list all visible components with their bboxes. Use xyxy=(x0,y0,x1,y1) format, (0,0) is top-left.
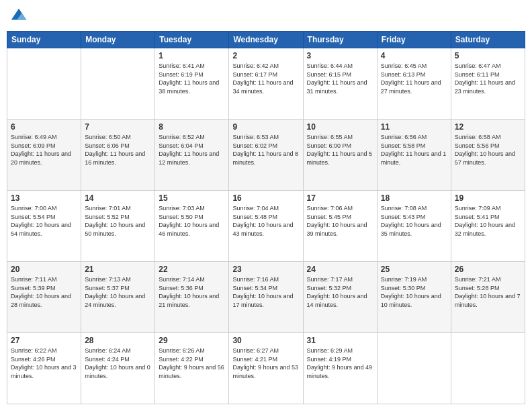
calendar-cell: 18Sunrise: 7:08 AMSunset: 5:43 PMDayligh… xyxy=(377,191,451,262)
calendar-cell: 16Sunrise: 7:04 AMSunset: 5:48 PMDayligh… xyxy=(229,191,303,262)
calendar-cell: 20Sunrise: 7:11 AMSunset: 5:39 PMDayligh… xyxy=(7,262,81,333)
calendar-cell: 28Sunrise: 6:24 AMSunset: 4:24 PMDayligh… xyxy=(81,333,155,404)
day-number: 27 xyxy=(11,336,77,345)
day-number: 6 xyxy=(11,122,77,132)
calendar-cell: 22Sunrise: 7:14 AMSunset: 5:36 PMDayligh… xyxy=(155,262,229,333)
day-info: Sunrise: 7:21 AMSunset: 5:28 PMDaylight:… xyxy=(455,275,521,309)
day-info: Sunrise: 7:08 AMSunset: 5:43 PMDaylight:… xyxy=(381,204,447,238)
day-info: Sunrise: 7:13 AMSunset: 5:37 PMDaylight:… xyxy=(85,275,151,309)
calendar-cell xyxy=(7,48,81,120)
day-info: Sunrise: 6:56 AMSunset: 5:58 PMDaylight:… xyxy=(381,133,447,167)
day-info: Sunrise: 6:26 AMSunset: 4:22 PMDaylight:… xyxy=(159,347,225,380)
day-info: Sunrise: 6:53 AMSunset: 6:02 PMDaylight:… xyxy=(232,133,299,167)
day-number: 25 xyxy=(381,265,447,274)
weekday-header-thursday: Thursday xyxy=(303,32,377,48)
calendar-cell: 12Sunrise: 6:58 AMSunset: 5:56 PMDayligh… xyxy=(451,120,525,191)
day-number: 11 xyxy=(381,122,447,132)
weekday-header-wednesday: Wednesday xyxy=(229,32,303,48)
calendar-cell xyxy=(451,333,525,404)
day-info: Sunrise: 6:24 AMSunset: 4:24 PMDaylight:… xyxy=(85,347,151,380)
day-info: Sunrise: 7:00 AMSunset: 5:54 PMDaylight:… xyxy=(11,204,77,238)
day-number: 3 xyxy=(307,51,373,60)
calendar-week-4: 20Sunrise: 7:11 AMSunset: 5:39 PMDayligh… xyxy=(7,262,525,333)
day-info: Sunrise: 7:14 AMSunset: 5:36 PMDaylight:… xyxy=(159,275,225,309)
calendar-cell: 21Sunrise: 7:13 AMSunset: 5:37 PMDayligh… xyxy=(81,262,155,333)
day-number: 12 xyxy=(455,122,521,132)
day-number: 5 xyxy=(455,51,521,60)
day-number: 13 xyxy=(11,193,77,203)
calendar-cell: 30Sunrise: 6:27 AMSunset: 4:21 PMDayligh… xyxy=(229,333,303,404)
calendar-cell: 17Sunrise: 7:06 AMSunset: 5:45 PMDayligh… xyxy=(303,191,377,262)
calendar-cell: 9Sunrise: 6:53 AMSunset: 6:02 PMDaylight… xyxy=(229,120,303,191)
calendar-cell: 3Sunrise: 6:44 AMSunset: 6:15 PMDaylight… xyxy=(303,48,377,120)
weekday-header-tuesday: Tuesday xyxy=(155,32,229,48)
day-number: 16 xyxy=(232,193,299,203)
calendar-cell: 15Sunrise: 7:03 AMSunset: 5:50 PMDayligh… xyxy=(155,191,229,262)
calendar-cell: 11Sunrise: 6:56 AMSunset: 5:58 PMDayligh… xyxy=(377,120,451,191)
day-number: 31 xyxy=(307,336,373,345)
calendar-cell: 8Sunrise: 6:52 AMSunset: 6:04 PMDaylight… xyxy=(155,120,229,191)
calendar-cell: 1Sunrise: 6:41 AMSunset: 6:19 PMDaylight… xyxy=(155,48,229,120)
day-number: 9 xyxy=(232,122,299,132)
day-number: 22 xyxy=(159,265,225,274)
day-number: 10 xyxy=(307,122,373,132)
day-info: Sunrise: 6:22 AMSunset: 4:26 PMDaylight:… xyxy=(11,347,77,380)
weekday-header-sunday: Sunday xyxy=(7,32,81,48)
calendar-cell: 23Sunrise: 7:16 AMSunset: 5:34 PMDayligh… xyxy=(229,262,303,333)
calendar-cell: 14Sunrise: 7:01 AMSunset: 5:52 PMDayligh… xyxy=(81,191,155,262)
day-info: Sunrise: 7:16 AMSunset: 5:34 PMDaylight:… xyxy=(232,275,299,309)
calendar-cell: 4Sunrise: 6:45 AMSunset: 6:13 PMDaylight… xyxy=(377,48,451,120)
weekday-header-friday: Friday xyxy=(377,32,451,48)
day-info: Sunrise: 6:55 AMSunset: 6:00 PMDaylight:… xyxy=(307,133,373,167)
day-number: 20 xyxy=(11,265,77,274)
calendar-cell: 25Sunrise: 7:19 AMSunset: 5:30 PMDayligh… xyxy=(377,262,451,333)
calendar-table: SundayMondayTuesdayWednesdayThursdayFrid… xyxy=(7,31,525,404)
day-number: 1 xyxy=(159,51,225,60)
day-info: Sunrise: 7:09 AMSunset: 5:41 PMDaylight:… xyxy=(455,204,521,238)
day-info: Sunrise: 6:52 AMSunset: 6:04 PMDaylight:… xyxy=(159,133,225,167)
day-number: 17 xyxy=(307,193,373,203)
day-number: 4 xyxy=(381,51,447,60)
day-number: 21 xyxy=(85,265,151,274)
day-number: 19 xyxy=(455,193,521,203)
day-number: 29 xyxy=(159,336,225,345)
calendar-cell: 24Sunrise: 7:17 AMSunset: 5:32 PMDayligh… xyxy=(303,262,377,333)
calendar-cell: 6Sunrise: 6:49 AMSunset: 6:09 PMDaylight… xyxy=(7,120,81,191)
calendar-cell: 13Sunrise: 7:00 AMSunset: 5:54 PMDayligh… xyxy=(7,191,81,262)
day-info: Sunrise: 6:44 AMSunset: 6:15 PMDaylight:… xyxy=(307,62,373,95)
day-info: Sunrise: 6:27 AMSunset: 4:21 PMDaylight:… xyxy=(232,347,299,380)
day-number: 26 xyxy=(455,265,521,274)
logo xyxy=(9,7,31,26)
page: SundayMondayTuesdayWednesdayThursdayFrid… xyxy=(0,0,532,411)
day-number: 24 xyxy=(307,265,373,274)
day-number: 28 xyxy=(85,336,151,345)
day-info: Sunrise: 6:58 AMSunset: 5:56 PMDaylight:… xyxy=(455,133,521,167)
day-info: Sunrise: 7:03 AMSunset: 5:50 PMDaylight:… xyxy=(159,204,225,238)
day-number: 14 xyxy=(85,193,151,203)
calendar-week-1: 1Sunrise: 6:41 AMSunset: 6:19 PMDaylight… xyxy=(7,48,525,120)
calendar-week-2: 6Sunrise: 6:49 AMSunset: 6:09 PMDaylight… xyxy=(7,120,525,191)
day-number: 18 xyxy=(381,193,447,203)
calendar-cell: 29Sunrise: 6:26 AMSunset: 4:22 PMDayligh… xyxy=(155,333,229,404)
day-number: 8 xyxy=(159,122,225,132)
day-info: Sunrise: 7:17 AMSunset: 5:32 PMDaylight:… xyxy=(307,275,373,309)
calendar-week-5: 27Sunrise: 6:22 AMSunset: 4:26 PMDayligh… xyxy=(7,333,525,404)
calendar-cell: 27Sunrise: 6:22 AMSunset: 4:26 PMDayligh… xyxy=(7,333,81,404)
day-info: Sunrise: 6:42 AMSunset: 6:17 PMDaylight:… xyxy=(232,62,299,95)
calendar-cell: 31Sunrise: 6:29 AMSunset: 4:19 PMDayligh… xyxy=(303,333,377,404)
day-number: 15 xyxy=(159,193,225,203)
day-info: Sunrise: 6:49 AMSunset: 6:09 PMDaylight:… xyxy=(11,133,77,167)
calendar-cell: 7Sunrise: 6:50 AMSunset: 6:06 PMDaylight… xyxy=(81,120,155,191)
day-info: Sunrise: 7:11 AMSunset: 5:39 PMDaylight:… xyxy=(11,275,77,309)
day-info: Sunrise: 7:06 AMSunset: 5:45 PMDaylight:… xyxy=(307,204,373,238)
logo-icon xyxy=(9,7,28,26)
day-info: Sunrise: 6:47 AMSunset: 6:11 PMDaylight:… xyxy=(455,62,521,95)
weekday-header-monday: Monday xyxy=(81,32,155,48)
calendar-cell xyxy=(377,333,451,404)
day-info: Sunrise: 7:04 AMSunset: 5:48 PMDaylight:… xyxy=(232,204,299,238)
calendar-cell: 10Sunrise: 6:55 AMSunset: 6:00 PMDayligh… xyxy=(303,120,377,191)
calendar-cell: 5Sunrise: 6:47 AMSunset: 6:11 PMDaylight… xyxy=(451,48,525,120)
calendar-cell: 2Sunrise: 6:42 AMSunset: 6:17 PMDaylight… xyxy=(229,48,303,120)
day-info: Sunrise: 7:19 AMSunset: 5:30 PMDaylight:… xyxy=(381,275,447,309)
day-number: 2 xyxy=(232,51,299,60)
